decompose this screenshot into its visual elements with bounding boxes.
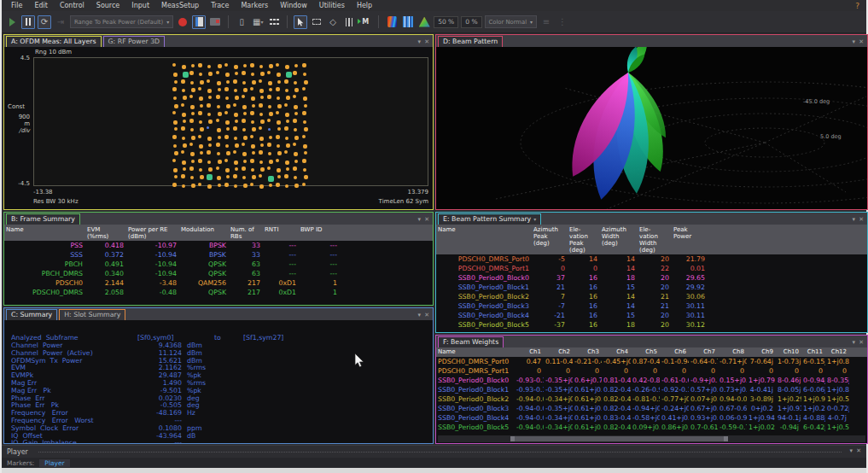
table-row[interactable]: SSB0_Period0_Block3-0.94-0.09j-0.35+j0.8… <box>436 404 867 413</box>
player-timeline[interactable] <box>38 452 842 453</box>
beam-lobes <box>558 47 673 203</box>
summary-unit: dBm <box>187 342 202 349</box>
recording-playback-button[interactable] <box>208 15 222 29</box>
layout-single-button[interactable]: ▯ <box>235 15 248 29</box>
play-button[interactable] <box>5 15 19 29</box>
table-row[interactable]: PBCH0.491-10.94QPSK63------ <box>4 260 433 269</box>
record-button[interactable] <box>176 15 189 29</box>
constellation-point <box>207 103 211 108</box>
tab-ofdm-meas-all-layers[interactable]: A: OFDM Meas: All Layers <box>6 36 102 47</box>
tab-beam-weights[interactable]: F: Beam Weights <box>438 336 504 347</box>
constellation-point <box>286 96 290 100</box>
select-tool-button[interactable] <box>294 15 307 29</box>
pause-button[interactable] <box>21 15 35 29</box>
zoom-tool-button[interactable] <box>310 15 323 29</box>
colormap-button[interactable] <box>385 15 399 29</box>
spectrogram-button[interactable] <box>401 15 415 29</box>
menu-item-trace[interactable]: Trace <box>205 0 235 11</box>
menu-item-utilities[interactable]: Utilities <box>313 0 351 11</box>
table-row[interactable]: PDSCH0_DMRS_Port0-514142021.79 <box>436 254 867 264</box>
tab-summary[interactable]: C: Summary <box>6 309 57 320</box>
panel-menu-icon[interactable]: ▾ <box>418 216 422 223</box>
diamond-marker-button[interactable]: ◇ <box>326 15 340 29</box>
table-row[interactable]: PDSCH0_DMRS_Port1000000000000 <box>436 366 867 376</box>
panel-menu-icon[interactable]: ▾ <box>853 216 856 223</box>
tab-slot-summary[interactable]: H: Slot Summary <box>59 309 125 320</box>
marker-tool-button[interactable]: M <box>358 15 372 29</box>
table-row[interactable]: SSB0_Period0_Block4-2116152030.11 <box>436 311 867 320</box>
beam-weights-table: NameCh1Ch2Ch3Ch4Ch5Ch6Ch7Ch8Ch9Ch10Ch11C… <box>436 347 867 443</box>
tab-frame-summary[interactable]: B: Frame Summary <box>6 213 80 225</box>
range-dropdown[interactable]: Range To Peak Power (Default)▾ <box>70 15 173 28</box>
single-step-button[interactable]: ⇥ <box>54 15 67 29</box>
table-row[interactable]: SSB0_Period0_Block2716142130.06 <box>436 292 867 301</box>
tab-rf-power-3d[interactable]: G: RF Power 3D <box>103 36 166 47</box>
menu-item-help[interactable]: Help <box>351 0 378 11</box>
table-row[interactable]: PDSCH0_DMRS_Port00.470.11-0.44j-0.21-0.4… <box>436 357 867 366</box>
extra-tool-button[interactable]: ≡ <box>539 15 553 29</box>
constellation-point <box>174 127 178 131</box>
table-row[interactable]: SSB0_Period0_Block12116152029.92 <box>436 283 867 292</box>
loop-icon: ⟳ <box>41 17 48 26</box>
constellation-point <box>189 71 194 75</box>
close-icon[interactable]: ✕ <box>859 339 864 346</box>
menu-item-file[interactable]: File <box>5 0 28 11</box>
constellation-plot[interactable]: Rng 10 dBm 4.5 Const 900 m /div -4.5 -13… <box>4 47 433 209</box>
restart-button[interactable]: ⟳ <box>38 15 51 29</box>
scrollbar-thumb[interactable] <box>510 436 728 441</box>
close-icon[interactable]: ✕ <box>859 216 864 223</box>
tab-beam-pattern-summary[interactable]: E: Beam Pattern Summary▾ <box>438 213 541 225</box>
menu-item-input[interactable]: Input <box>125 0 155 11</box>
constellation-point <box>293 71 297 75</box>
transparency-field[interactable]: 50 % <box>434 16 458 28</box>
menu-item-control[interactable]: Control <box>54 0 90 11</box>
prism-button[interactable] <box>417 15 431 29</box>
table-row[interactable]: SSB0_Period0_Block5-3716182030.12 <box>436 320 867 330</box>
close-icon[interactable]: ✕ <box>424 312 429 318</box>
video-icon <box>210 18 220 26</box>
table-row[interactable]: SSB0_Period0_Block03716182029.65 <box>436 273 867 283</box>
color-mode-dropdown[interactable]: Color Normal▾ <box>485 15 538 28</box>
table-row[interactable]: SSS0.372-10.94BPSK33------ <box>4 250 433 260</box>
table-row[interactable]: PDSCH0_DMRS2.058-0.48QPSK2170xD11 <box>4 288 433 297</box>
menu-item-markers[interactable]: Markers <box>235 0 274 11</box>
table-row[interactable]: SSB0_Period0_Block3-716142130.11 <box>436 301 867 311</box>
table-row[interactable]: PDSCH02.144-3.48QAM2562170xD11 <box>4 278 433 288</box>
table-row[interactable]: PDSCH0_DMRS_Port10014220.01 <box>436 264 867 273</box>
help-icon[interactable]: ? <box>855 2 859 10</box>
band-lines-button[interactable] <box>342 15 356 29</box>
table-cell: -0.26-0.91j <box>631 385 660 394</box>
table-row[interactable]: SSB0_Period0_Block1-0.93-0.1j-0.35+j0.88… <box>436 385 867 394</box>
close-icon[interactable]: ✕ <box>856 447 861 454</box>
beam-pattern-3d-view[interactable]: -45.0 deg 5.0 deg <box>436 47 867 209</box>
close-icon[interactable]: ✕ <box>424 216 429 223</box>
recording-report-button[interactable] <box>192 15 206 29</box>
table-cell: -0.34+j0.88 <box>544 413 573 423</box>
marker-player-chip[interactable]: Player <box>39 459 69 467</box>
table-row[interactable]: SSB0_Period0_Block5-0.94-0.07j-0.34+j0.8… <box>436 423 867 432</box>
menu-item-meassetup[interactable]: MeasSetup <box>155 0 205 11</box>
panel-menu-icon[interactable]: ▾ <box>853 38 856 45</box>
persistence-field[interactable]: 0 % <box>461 16 481 28</box>
table-row[interactable]: SSB0_Period0_Block4-0.94-0.06j-0.34+j0.8… <box>436 413 867 423</box>
layout-tiles-button[interactable] <box>267 15 281 29</box>
layout-grid-button[interactable]: ▦▾ <box>251 15 265 29</box>
close-icon[interactable]: ✕ <box>424 38 429 45</box>
constellation-point <box>182 137 185 140</box>
panel-menu-icon[interactable]: ▾ <box>853 339 856 346</box>
horizontal-scrollbar[interactable] <box>438 435 865 442</box>
menu-item-edit[interactable]: Edit <box>28 0 54 11</box>
table-row[interactable]: PSS0.418-10.97BPSK33------ <box>4 241 433 250</box>
table-cell: -10.94 <box>126 260 179 269</box>
panel-menu-icon[interactable]: ▾ <box>418 38 422 45</box>
table-row[interactable]: SSB0_Period0_Block2-0.94-0.06j-0.34+j0.8… <box>436 394 867 404</box>
panel-menu-icon[interactable]: ▾ <box>418 312 422 318</box>
menu-item-window[interactable]: Window <box>274 0 313 11</box>
table-row[interactable]: SSB0_Period0_Block0-0.93-0.11j-0.35+j0.8… <box>436 376 867 385</box>
table-row[interactable]: PBCH_DMRS0.340-10.94QPSK63------ <box>4 269 433 278</box>
panel-menu-icon[interactable]: ▾ <box>850 447 853 454</box>
overflow-menu-button[interactable]: ⋮ <box>556 15 569 29</box>
menu-item-source[interactable]: Source <box>90 0 125 11</box>
tab-beam-pattern[interactable]: D: Beam Pattern <box>438 36 503 47</box>
close-icon[interactable]: ✕ <box>859 38 864 45</box>
